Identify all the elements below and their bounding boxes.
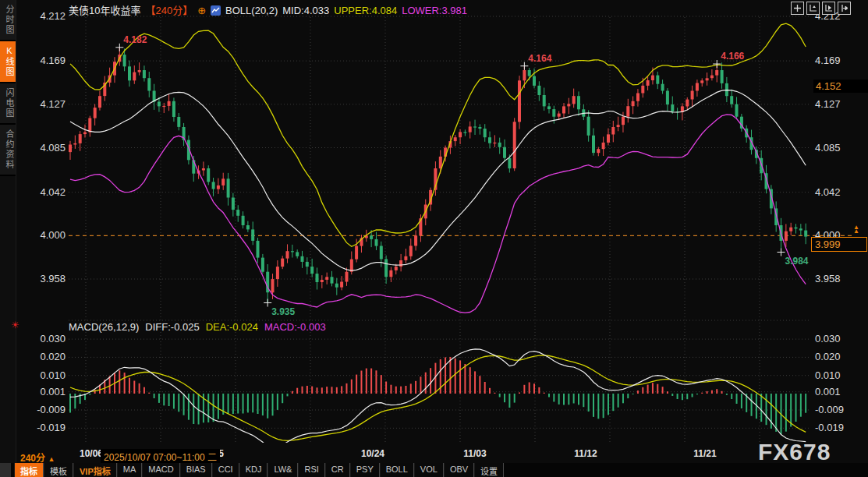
macd-axis-label: 0.020: [30, 351, 66, 362]
macd-macd-value: MACD:-0.003: [264, 321, 326, 333]
line-chart-icon: [211, 5, 221, 18]
key-price-label: 4.166: [721, 51, 744, 62]
boll-legend-name: BOLL(20,2): [225, 5, 278, 16]
macd-axis-label: -0.019: [815, 422, 851, 433]
price-axis-label: 4.000: [30, 229, 66, 241]
interval-arrow-icon: ▲: [48, 455, 55, 463]
bollinger-bands: [70, 23, 806, 313]
last-price-badge: 3.999: [811, 237, 867, 252]
price-axis-label: 4.127: [815, 98, 851, 110]
indicator-tab-LW&[interactable]: LW&: [267, 463, 298, 477]
date-axis-label: 11/03: [453, 448, 497, 459]
axis-price-marker: 4.152: [813, 80, 868, 93]
sidebar: 分时图K线图闪电图合约资料: [0, 0, 16, 477]
indicator-tab-KDJ[interactable]: KDJ: [239, 463, 268, 477]
sidebar-tab-K线图[interactable]: K线图: [0, 41, 16, 83]
indicator-tab-MA[interactable]: MA: [117, 463, 143, 477]
add-indicator-icon[interactable]: ⊕: [197, 5, 206, 16]
app-window: 4.1823.9354.1644.1663.9844.2124.2124.169…: [0, 0, 868, 477]
key-price-label: 3.935: [271, 306, 295, 317]
macd-axis-label: -0.009: [30, 404, 66, 415]
interval-selector[interactable]: 240分 ▲: [20, 450, 55, 464]
macd-axis-label: -0.009: [815, 404, 851, 415]
macd-diff-line: [70, 349, 806, 448]
date-axis-label: 11/12: [564, 448, 608, 459]
date-axis-label: 11/21: [683, 448, 727, 459]
price-axis-label: 4.042: [30, 186, 66, 198]
price-axis-label: 3.958: [30, 273, 66, 284]
watermark-logo: FX678: [758, 439, 831, 465]
candles-layer: [69, 48, 807, 303]
price-axis-label: 4.169: [30, 55, 66, 66]
boll-upper-value: UPPER:4.084: [334, 5, 397, 16]
price-axis-label: 4.127: [30, 98, 66, 110]
macd-axis-label: -0.019: [30, 422, 66, 433]
macd-axis-label: 0.010: [815, 369, 851, 381]
macd-axis-label: 0.030: [815, 333, 851, 344]
price-axis-label: 4.085: [30, 142, 66, 154]
boll-upper-line: [70, 23, 806, 246]
boll-mid-value: MID:4.033: [282, 5, 329, 16]
indicator-tab-RSI[interactable]: RSI: [298, 463, 324, 477]
indicator-tab-模板[interactable]: 模板: [44, 463, 73, 477]
tab-bar-handle[interactable]: [0, 463, 11, 477]
price-up-arrow-icon: ▲▲: [853, 225, 859, 233]
key-price-label: 4.182: [123, 34, 147, 45]
key-price-label: 3.984: [785, 256, 809, 267]
crosshair-tooltip: 2025/10/07 07:00~11:00 二: [101, 449, 220, 464]
interval-label: 240分: [20, 453, 45, 464]
indicator-tab-PSY[interactable]: PSY: [350, 463, 380, 477]
axis-play-icon[interactable]: [822, 2, 835, 15]
boll-lower-value: LOWER:3.981: [402, 5, 467, 16]
indicator-tab-bar: 指标模板VIP指标MAMACDBIASCCIKDJLW&RSICRPSYBOLL…: [0, 463, 868, 477]
macd-dea-value: DEA:-0.024: [206, 321, 258, 333]
macd-axis-label: 0.020: [815, 351, 851, 362]
macd-axis-label: 0.001: [30, 386, 66, 398]
macd-dea-line: [70, 355, 806, 440]
price-axis-label: 4.212: [30, 10, 66, 22]
key-price-label: 4.164: [528, 53, 551, 64]
indicator-tab-设置[interactable]: 设置: [474, 463, 504, 477]
axis-expand-icon[interactable]: [806, 2, 820, 15]
indicator-tab-指标[interactable]: 指标: [14, 463, 44, 477]
window-controls: [791, 2, 851, 15]
sidebar-tab-分时图[interactable]: 分时图: [0, 0, 16, 41]
indicator-tab-OBV[interactable]: OBV: [444, 463, 474, 477]
pane-shift-icon[interactable]: [838, 2, 851, 15]
macd-axis-label: 0.030: [30, 333, 66, 344]
macd-axis-label: 0.001: [815, 386, 851, 398]
sidebar-tab-合约资料[interactable]: 合约资料: [0, 125, 16, 176]
crosshair-icon[interactable]: [791, 2, 804, 15]
indicator-tab-BOLL[interactable]: BOLL: [380, 463, 414, 477]
macd-panel: [70, 349, 806, 448]
indicator-tab-CCI[interactable]: CCI: [212, 463, 239, 477]
indicator-tab-MACD[interactable]: MACD: [142, 463, 179, 477]
macd-axis-label: 0.010: [30, 369, 66, 381]
date-axis-label: 10/24: [351, 448, 395, 459]
indicator-tab-VOL[interactable]: VOL: [414, 463, 444, 477]
price-axis-label: 3.958: [815, 273, 851, 284]
interval-tag: 【240分】: [145, 5, 193, 16]
macd-diff-value: DIFF:-0.025: [145, 321, 199, 333]
price-axis-label: 4.085: [815, 142, 851, 154]
chart-canvas[interactable]: [0, 0, 868, 477]
sidebar-tab-闪电图[interactable]: 闪电图: [0, 83, 16, 125]
price-axis-label: 4.042: [815, 186, 851, 198]
macd-legend: MACD(26,12,9)DIFF:-0.025DEA:-0.024MACD:-…: [69, 321, 332, 333]
macd-legend-name: MACD(26,12,9): [69, 321, 139, 333]
indicator-tab-VIP指标[interactable]: VIP指标: [73, 463, 117, 477]
price-axis-label: 4.169: [815, 55, 851, 66]
alert-sun-icon[interactable]: ☀: [11, 320, 19, 330]
boll-lower-line: [70, 115, 806, 313]
indicator-tab-CR[interactable]: CR: [325, 463, 350, 477]
indicator-tab-BIAS[interactable]: BIAS: [180, 463, 212, 477]
page-title: 美债10年收益率: [69, 5, 140, 16]
chart-header: 美债10年收益率【240分】⊕BOLL(20,2)MID:4.033UPPER:…: [69, 2, 472, 16]
